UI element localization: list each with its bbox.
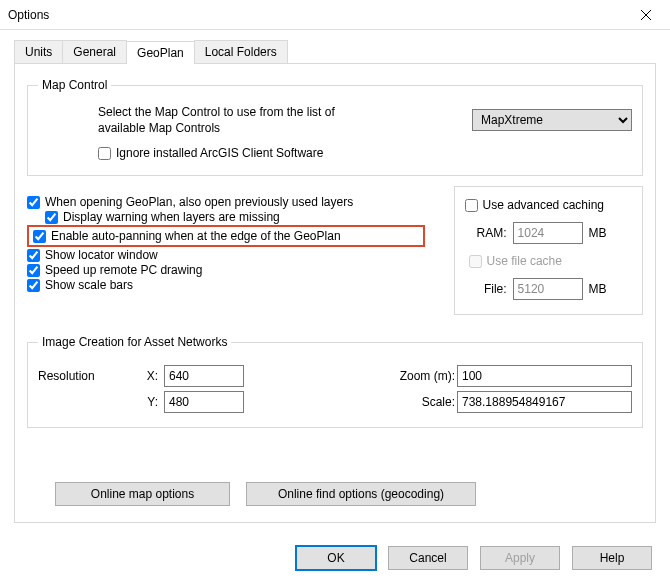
file-input — [513, 278, 583, 300]
tab-geoplan[interactable]: GeoPlan — [126, 41, 195, 64]
image-creation-group: Image Creation for Asset Networks Resolu… — [27, 335, 643, 428]
titlebar: Options — [0, 0, 670, 30]
file-label: File: — [465, 282, 507, 296]
tab-general[interactable]: General — [62, 40, 127, 63]
locator-checkbox[interactable] — [27, 249, 40, 262]
zoom-input[interactable] — [457, 365, 632, 387]
file-unit: MB — [589, 282, 607, 296]
ignore-arcgis-label: Ignore installed ArcGIS Client Software — [116, 146, 323, 160]
apply-button: Apply — [480, 546, 560, 570]
cache-group: Use advanced caching RAM: MB Use file ca… — [454, 186, 643, 315]
resolution-label: Resolution — [38, 369, 133, 383]
scale-input[interactable] — [457, 391, 632, 413]
ignore-arcgis-checkbox[interactable] — [98, 147, 111, 160]
highlighted-option: Enable auto-panning when at the edge of … — [27, 225, 425, 247]
remote-draw-checkbox[interactable] — [27, 264, 40, 277]
x-label: X: — [133, 369, 158, 383]
zoom-label: Zoom (m): — [385, 369, 455, 383]
locator-label: Show locator window — [45, 248, 158, 262]
file-cache-label: Use file cache — [487, 254, 562, 268]
dialog-body: Units General GeoPlan Local Folders Map … — [0, 30, 670, 584]
tab-strip: Units General GeoPlan Local Folders — [14, 40, 656, 63]
help-button[interactable]: Help — [572, 546, 652, 570]
scale-label: Scale: — [385, 395, 455, 409]
ram-label: RAM: — [465, 226, 507, 240]
geoplan-options: When opening GeoPlan, also open previous… — [27, 194, 436, 293]
tab-units[interactable]: Units — [14, 40, 63, 63]
warn-missing-label: Display warning when layers are missing — [63, 210, 280, 224]
scale-bars-label: Show scale bars — [45, 278, 133, 292]
window-title: Options — [8, 8, 623, 22]
map-control-legend: Map Control — [38, 78, 111, 92]
tab-local-folders[interactable]: Local Folders — [194, 40, 288, 63]
ok-button[interactable]: OK — [296, 546, 376, 570]
adv-cache-label: Use advanced caching — [483, 198, 604, 212]
y-input[interactable] — [164, 391, 244, 413]
online-map-button[interactable]: Online map options — [55, 482, 230, 506]
open-layers-checkbox[interactable] — [27, 196, 40, 209]
image-creation-legend: Image Creation for Asset Networks — [38, 335, 231, 349]
map-control-label: Select the Map Control to use from the l… — [98, 104, 388, 136]
close-icon — [641, 10, 651, 20]
autopan-checkbox[interactable] — [33, 230, 46, 243]
map-control-select[interactable]: MapXtreme — [472, 109, 632, 131]
map-control-group: Map Control Select the Map Control to us… — [27, 78, 643, 176]
y-label: Y: — [133, 395, 158, 409]
close-button[interactable] — [623, 0, 668, 29]
cancel-button[interactable]: Cancel — [388, 546, 468, 570]
scale-bars-checkbox[interactable] — [27, 279, 40, 292]
open-layers-label: When opening GeoPlan, also open previous… — [45, 195, 353, 209]
warn-missing-checkbox[interactable] — [45, 211, 58, 224]
dialog-footer: OK Cancel Apply Help — [296, 546, 652, 570]
tab-panel-geoplan: Map Control Select the Map Control to us… — [14, 63, 656, 523]
file-cache-checkbox — [469, 255, 482, 268]
remote-draw-label: Speed up remote PC drawing — [45, 263, 202, 277]
adv-cache-checkbox[interactable] — [465, 199, 478, 212]
ram-unit: MB — [589, 226, 607, 240]
ram-input — [513, 222, 583, 244]
online-find-button[interactable]: Online find options (geocoding) — [246, 482, 476, 506]
autopan-label: Enable auto-panning when at the edge of … — [51, 229, 341, 243]
x-input[interactable] — [164, 365, 244, 387]
